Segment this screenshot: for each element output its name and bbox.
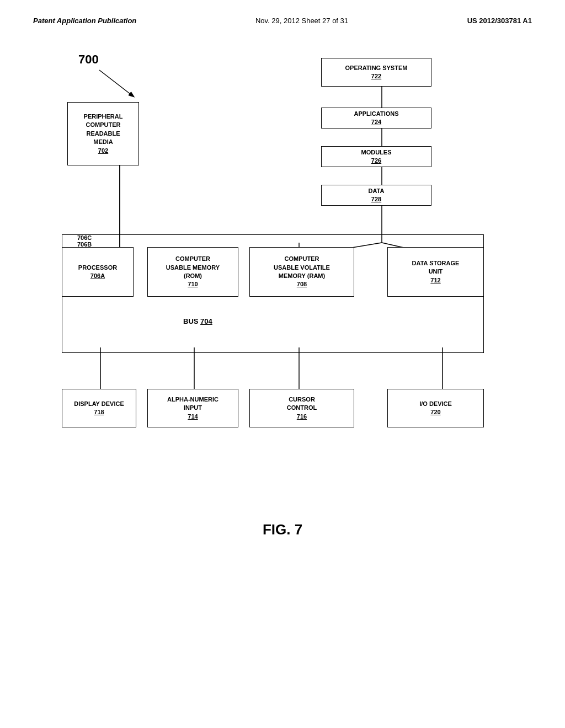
box-applications: APPLICATIONS 724 xyxy=(321,108,431,129)
os-label: OPERATING SYSTEM xyxy=(345,64,408,72)
display-line1: DISPLAY DEVICE xyxy=(74,400,124,408)
alpha-line2: INPUT xyxy=(184,404,202,412)
peripheral-line1: PERIPHERAL xyxy=(84,113,123,121)
box-data: DATA 728 xyxy=(321,185,431,206)
header-publication: Patent Application Publication xyxy=(33,17,136,25)
header-date-sheet: Nov. 29, 2012 Sheet 27 of 31 xyxy=(255,17,348,25)
io-ref: 720 xyxy=(430,408,440,416)
peripheral-ref: 702 xyxy=(98,147,108,155)
modules-label: MODULES xyxy=(361,148,392,157)
os-ref: 722 xyxy=(371,72,381,81)
peripheral-line2: COMPUTER xyxy=(86,121,121,129)
box-peripheral: PERIPHERAL COMPUTER READABLE MEDIA 702 xyxy=(67,102,139,165)
box-alpha-numeric: ALPHA-NUMERIC INPUT 714 xyxy=(147,389,238,427)
figure-label: FIG. 7 xyxy=(33,521,532,538)
box-modules: MODULES 726 xyxy=(321,146,431,167)
peripheral-line4: MEDIA xyxy=(93,138,113,146)
box-io-device: I/O DEVICE 720 xyxy=(387,389,484,427)
data-ref: 728 xyxy=(371,195,381,204)
bus-container xyxy=(62,234,484,353)
alpha-line1: ALPHA-NUMERIC xyxy=(167,395,218,404)
alpha-ref: 714 xyxy=(188,413,198,421)
diagram-area: 700 OPERATING SYSTEM 722 APPLICATIONS 72… xyxy=(45,47,520,499)
cursor-line2: CONTROL xyxy=(287,404,317,412)
page: Patent Application Publication Nov. 29, … xyxy=(0,0,565,728)
bus-label: BUS 704 xyxy=(183,317,212,325)
box-cursor-control: CURSOR CONTROL 716 xyxy=(249,389,354,427)
cursor-line1: CURSOR xyxy=(289,395,315,404)
box-operating-system: OPERATING SYSTEM 722 xyxy=(321,58,431,87)
page-header: Patent Application Publication Nov. 29, … xyxy=(33,17,532,25)
svg-line-0 xyxy=(99,70,134,97)
cursor-ref: 716 xyxy=(297,413,307,421)
peripheral-line3: READABLE xyxy=(86,130,120,138)
apps-label: APPLICATIONS xyxy=(354,110,398,118)
display-ref: 718 xyxy=(94,408,104,416)
box-display-device: DISPLAY DEVICE 718 xyxy=(62,389,136,427)
diagram-main-label: 700 xyxy=(78,52,99,67)
modules-ref: 726 xyxy=(371,157,381,165)
header-patent-number: US 2012/303781 A1 xyxy=(467,17,532,25)
data-label: DATA xyxy=(369,187,385,195)
io-line1: I/O DEVICE xyxy=(419,400,452,408)
apps-ref: 724 xyxy=(371,118,381,126)
